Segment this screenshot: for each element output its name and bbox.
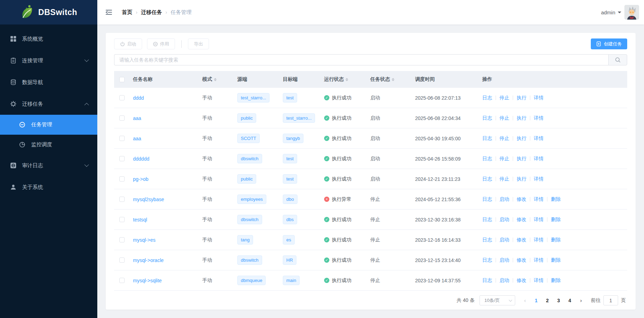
- sidebar-item-audit-log[interactable]: 审计日志: [0, 155, 97, 176]
- action-stop-link[interactable]: 停止: [499, 135, 509, 142]
- sort-caret[interactable]: [345, 78, 348, 81]
- action-detail-link[interactable]: 详情: [534, 277, 544, 284]
- action-detail-link[interactable]: 详情: [534, 257, 544, 263]
- prev-page-button[interactable]: ‹: [520, 296, 530, 305]
- action-logs-link[interactable]: 日志: [482, 95, 492, 101]
- task-name-link[interactable]: aaa: [133, 136, 141, 141]
- task-name-link[interactable]: testsql: [133, 217, 147, 222]
- action-delete-link[interactable]: 删除: [551, 196, 561, 203]
- action-logs-link[interactable]: 日志: [482, 257, 492, 263]
- task-name-link[interactable]: mysql->sqlite: [133, 278, 162, 283]
- page-size-select[interactable]: 10条/页: [479, 295, 515, 305]
- task-name-link[interactable]: mysql->es: [133, 237, 155, 243]
- action-edit-link[interactable]: 修改: [517, 257, 526, 263]
- task-name-link[interactable]: dddddd: [133, 156, 149, 162]
- action-delete-link[interactable]: 删除: [551, 277, 561, 284]
- action-stop-link[interactable]: 停止: [499, 115, 509, 121]
- row-checkbox[interactable]: [119, 95, 125, 100]
- sidebar-item-about-system[interactable]: 关于系统: [0, 176, 97, 198]
- search-button[interactable]: [608, 54, 627, 65]
- action-detail-link[interactable]: 详情: [534, 176, 544, 182]
- page-number-2[interactable]: 2: [542, 296, 552, 305]
- start-button[interactable]: 启动: [114, 38, 142, 49]
- action-detail-link[interactable]: 详情: [534, 115, 544, 121]
- page-number-3[interactable]: 3: [554, 296, 564, 305]
- breadcrumb-home[interactable]: 首页: [122, 9, 132, 16]
- next-page-button[interactable]: ›: [576, 296, 586, 305]
- sidebar-item-system-overview[interactable]: 系统概览: [0, 28, 97, 50]
- action-stop-link[interactable]: 停止: [499, 156, 509, 162]
- sidebar-item-migration-task[interactable]: 迁移任务: [0, 93, 97, 115]
- action-edit-link[interactable]: 修改: [517, 217, 526, 223]
- task-name-link[interactable]: pg->ob: [133, 176, 148, 182]
- sort-caret[interactable]: [392, 78, 394, 81]
- search-input[interactable]: [114, 54, 608, 65]
- create-task-button[interactable]: 创建任务: [591, 38, 627, 49]
- row-checkbox[interactable]: [119, 176, 125, 182]
- action-detail-link[interactable]: 详情: [534, 217, 544, 223]
- action-start-link[interactable]: 启动: [499, 217, 509, 223]
- action-logs-link[interactable]: 日志: [482, 135, 492, 142]
- action-delete-link[interactable]: 删除: [551, 257, 561, 263]
- action-logs-link[interactable]: 日志: [482, 237, 492, 243]
- action-logs-link[interactable]: 日志: [482, 176, 492, 182]
- action-execute-link[interactable]: 执行: [517, 135, 526, 142]
- select-all-checkbox[interactable]: [119, 77, 125, 82]
- action-execute-link[interactable]: 执行: [517, 95, 526, 101]
- app-logo[interactable]: DBSwitch: [0, 0, 97, 24]
- action-logs-link[interactable]: 日志: [482, 156, 492, 162]
- action-detail-link[interactable]: 详情: [534, 135, 544, 142]
- action-delete-link[interactable]: 删除: [551, 237, 561, 243]
- page-number-4[interactable]: 4: [565, 296, 575, 305]
- action-edit-link[interactable]: 修改: [517, 196, 526, 203]
- action-start-link[interactable]: 启动: [499, 277, 509, 284]
- row-checkbox[interactable]: [119, 278, 125, 283]
- action-stop-link[interactable]: 停止: [499, 176, 509, 182]
- action-separator: [530, 278, 530, 283]
- row-checkbox[interactable]: [119, 197, 125, 202]
- row-checkbox[interactable]: [119, 156, 125, 161]
- action-start-link[interactable]: 启动: [499, 196, 509, 203]
- action-execute-link[interactable]: 执行: [517, 176, 526, 182]
- user-avatar[interactable]: [624, 5, 639, 20]
- row-checkbox[interactable]: [119, 115, 125, 121]
- action-logs-link[interactable]: 日志: [482, 277, 492, 284]
- breadcrumb-migration-task[interactable]: 迁移任务: [141, 9, 162, 16]
- sort-caret[interactable]: [214, 78, 217, 81]
- action-stop-link[interactable]: 停止: [499, 95, 509, 101]
- sidebar-item-task-manage[interactable]: 任务管理: [0, 115, 97, 135]
- row-checkbox[interactable]: [119, 257, 125, 263]
- action-execute-link[interactable]: 执行: [517, 115, 526, 121]
- row-checkbox[interactable]: [119, 237, 125, 242]
- action-detail-link[interactable]: 详情: [534, 196, 544, 203]
- sidebar-item-data-navigation[interactable]: 数据导航: [0, 71, 97, 93]
- action-detail-link[interactable]: 详情: [534, 237, 544, 243]
- user-menu[interactable]: admin: [601, 9, 621, 15]
- export-button[interactable]: 导出: [188, 38, 209, 49]
- action-start-link[interactable]: 启动: [499, 237, 509, 243]
- sidebar-item-monitor-schedule[interactable]: 监控调度: [0, 135, 97, 155]
- sidebar-item-connection-manage[interactable]: 连接管理: [0, 50, 97, 71]
- disable-button[interactable]: 停用: [147, 38, 175, 49]
- sidebar-collapse-icon[interactable]: [103, 6, 115, 18]
- action-delete-link[interactable]: 删除: [551, 217, 561, 223]
- row-checkbox[interactable]: [119, 136, 125, 141]
- action-edit-link[interactable]: 修改: [517, 277, 526, 284]
- action-start-link[interactable]: 启动: [499, 257, 509, 263]
- action-logs-link[interactable]: 日志: [482, 217, 492, 223]
- topbar: 首页 › 迁移任务 › 任务管理 admin: [97, 0, 644, 24]
- action-logs-link[interactable]: 日志: [482, 196, 492, 203]
- task-name-link[interactable]: dddd: [133, 95, 144, 101]
- action-logs-link[interactable]: 日志: [482, 115, 492, 121]
- column-header-label: 运行状态: [324, 76, 344, 83]
- task-name-link[interactable]: aaa: [133, 115, 141, 121]
- page-number-1[interactable]: 1: [531, 296, 541, 305]
- action-edit-link[interactable]: 修改: [517, 237, 526, 243]
- action-detail-link[interactable]: 详情: [534, 156, 544, 162]
- task-name-link[interactable]: mysql->oracle: [133, 257, 164, 263]
- action-detail-link[interactable]: 详情: [534, 95, 544, 101]
- task-name-link[interactable]: mysql2sybase: [133, 197, 164, 202]
- action-execute-link[interactable]: 执行: [517, 156, 526, 162]
- row-checkbox[interactable]: [119, 217, 125, 222]
- goto-page-input[interactable]: [603, 295, 618, 305]
